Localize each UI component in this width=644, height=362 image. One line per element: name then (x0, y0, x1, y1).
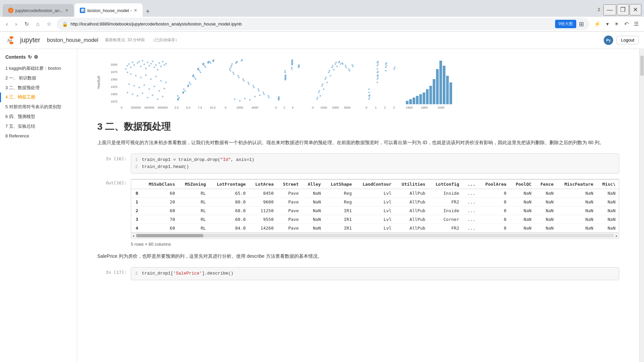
svg-text:7.5: 7.5 (198, 106, 202, 109)
svg-point-184 (328, 72, 329, 73)
svg-text:0: 0 (312, 106, 314, 109)
sidebar-settings-icon[interactable]: ⚙ (34, 54, 38, 60)
svg-point-68 (177, 99, 179, 101)
svg-point-49 (149, 88, 150, 90)
cell: NaN (557, 224, 596, 232)
svg-point-52 (164, 88, 165, 89)
svg-point-177 (317, 97, 318, 98)
col-lotconfig: LotConfig (429, 179, 463, 189)
svg-point-204 (333, 69, 334, 70)
dataframe-table-wrapper[interactable]: MSSubClass MSZoning LotFrontage LotArea … (131, 179, 619, 233)
cell: NaN (535, 224, 557, 232)
reload-button[interactable]: ↻ (22, 19, 31, 28)
sidebar-item-7[interactable]: 7 五、实验总结 (0, 122, 77, 131)
table-scrollbar[interactable]: ◂ ▸ (131, 233, 619, 239)
cell: 0 (479, 197, 510, 206)
maximize-button[interactable]: ❐ (617, 4, 629, 15)
right-scrollbar[interactable] (639, 49, 644, 362)
sidebar-refresh-icon[interactable]: ↻ (28, 54, 32, 60)
svg-point-121 (237, 75, 239, 76)
scroll-track (136, 234, 614, 237)
svg-point-197 (349, 70, 350, 71)
close-button[interactable]: ✕ (630, 4, 641, 15)
back-button[interactable]: ‹ (4, 20, 10, 28)
sidebar-item-4[interactable]: 4 三、特征工程 (0, 93, 77, 102)
scroll-right-btn[interactable]: ▸ (614, 234, 619, 238)
dropdown-icon[interactable]: ▾ (605, 19, 610, 28)
svg-point-19 (139, 61, 140, 62)
brightness-icon[interactable]: ☀ (613, 19, 620, 28)
sidebar-item-3[interactable]: 3 二、数据预处理 (0, 83, 77, 93)
svg-rect-249 (429, 86, 432, 104)
svg-point-178 (318, 92, 319, 93)
star-button[interactable]: ☆ (45, 19, 53, 28)
scroll-left-btn[interactable]: ◂ (131, 234, 136, 238)
menu-icon[interactable]: ☰ (633, 19, 640, 28)
url-field[interactable]: 🔒 http://localhost:8889/notebooks/jupyte… (57, 18, 589, 30)
undo-icon[interactable]: ↶ (623, 19, 630, 28)
svg-point-3 (11, 40, 12, 41)
notebook-name[interactable]: boston_house_model (47, 37, 98, 43)
svg-point-169 (284, 70, 286, 71)
svg-point-71 (182, 93, 184, 94)
svg-point-181 (322, 83, 323, 85)
svg-point-183 (325, 77, 327, 78)
cell-content-17[interactable]: 1train_drop1['SalePrice'].describe() (131, 267, 619, 280)
svg-point-167 (299, 66, 300, 67)
svg-text:1925: 1925 (111, 85, 117, 88)
svg-point-123 (243, 78, 244, 80)
active-tab-label: boston_house_model - (87, 8, 131, 13)
logout-button[interactable]: Logout (616, 36, 639, 44)
svg-text:1950: 1950 (421, 106, 428, 109)
cell: NaN (510, 197, 535, 206)
scrollbar-thumb (640, 56, 644, 76)
output-prompt-16: Out[16]: (97, 179, 131, 185)
sidebar-item-2[interactable]: 2 一、 初识数据 (0, 73, 77, 83)
new-tab-button[interactable]: + (143, 6, 153, 17)
svg-point-91 (178, 97, 180, 98)
notebook-area[interactable]: YearBuilt 2000 1975 1950 1925 1900 1875 (77, 49, 639, 362)
sidebar-item-8[interactable]: 8 Reference (0, 131, 77, 141)
active-tab[interactable]: 📊 boston_house_model - ✕ (74, 3, 142, 17)
svg-point-222 (377, 65, 378, 66)
active-tab-close[interactable]: ✕ (134, 8, 137, 13)
active-tab-favicon: 📊 (80, 8, 85, 13)
svg-text:2000: 2000 (332, 106, 339, 109)
sidebar-item-5[interactable]: 5 对那些用符号表示的类别型 (0, 102, 77, 112)
toolbar-icons: ⚡ ▾ ☀ ↶ ☰ (593, 19, 640, 28)
expand-button[interactable]: 9张大图 (555, 20, 576, 28)
bolt-icon[interactable]: ⚡ (593, 19, 602, 28)
cell: 60 (142, 189, 178, 197)
sidebar: Contents ↻ ⚙ 1 kaggle的基础比赛：boston 2 一、 初… (0, 49, 77, 362)
svg-point-233 (368, 88, 370, 90)
code-block-16: 1train_drop1 = train_drop.drop("Id", axi… (131, 154, 619, 173)
home-button[interactable]: ⌂ (34, 20, 42, 28)
cell: Lvl (355, 189, 395, 197)
svg-point-32 (160, 66, 162, 67)
inactive-tab-close[interactable]: ✕ (65, 8, 68, 13)
svg-text:1875: 1875 (111, 100, 117, 103)
svg-text:0: 0 (121, 106, 122, 109)
svg-point-103 (210, 62, 211, 64)
svg-point-176 (316, 99, 318, 100)
svg-point-152 (285, 79, 286, 80)
svg-text:1000: 1000 (320, 106, 327, 109)
grid-icon[interactable]: ⊞ (579, 20, 584, 28)
svg-point-171 (291, 67, 292, 68)
cell-content-16[interactable]: 1train_drop1 = train_drop.drop("Id", axi… (131, 154, 619, 174)
svg-text:4000: 4000 (252, 106, 258, 109)
cell: NaN (510, 206, 535, 215)
svg-rect-253 (443, 66, 445, 104)
sidebar-item-1[interactable]: 1 kaggle的基础比赛：boston (0, 64, 77, 73)
svg-point-202 (326, 82, 328, 83)
cell: NaN (510, 224, 535, 232)
inactive-tab[interactable]: J jupytercode/boston_an... ✕ (3, 4, 74, 17)
svg-point-35 (165, 63, 167, 64)
col-poolarea: PoolArea (479, 179, 510, 189)
sidebar-item-6[interactable]: 6 四、预测模型 (0, 112, 77, 122)
svg-text:5.0: 5.0 (186, 106, 191, 109)
svg-point-122 (238, 77, 239, 78)
minimize-button[interactable]: — (603, 4, 616, 15)
forward-button[interactable]: › (13, 20, 19, 28)
table-header-row: MSSubClass MSZoning LotFrontage LotArea … (131, 179, 619, 189)
